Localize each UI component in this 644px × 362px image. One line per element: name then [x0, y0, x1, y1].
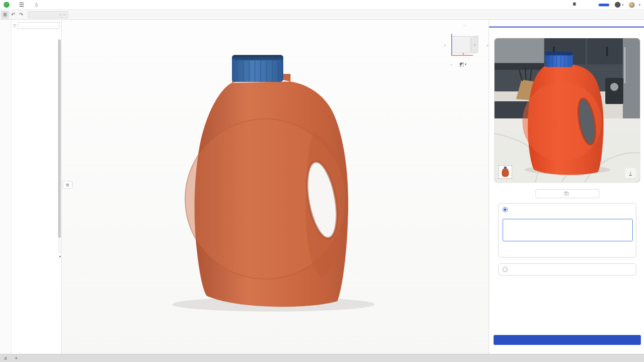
feature-tree [11, 38, 58, 259]
cube-icon: ◩ [459, 61, 464, 67]
left-icon-strip [0, 20, 11, 354]
radio-unselected-icon[interactable] [503, 267, 508, 272]
help-menu[interactable]: ▾ [615, 2, 624, 8]
document-menu-icon[interactable]: ☰ [19, 1, 24, 8]
chevron-down-icon: ▾ [639, 3, 640, 7]
kbd-shortcut [59, 14, 62, 15]
chevron-down-icon: ▾ [465, 63, 467, 66]
notifications-bell-icon[interactable] [572, 2, 577, 8]
camera-icon [564, 191, 569, 196]
x-axis [451, 55, 473, 56]
scroll-down-icon[interactable]: ▾ [59, 255, 61, 258]
prompt-textarea[interactable] [503, 219, 633, 241]
ai-quick-render-panel: ↓ [489, 20, 644, 354]
add-tab-button[interactable]: + [11, 354, 22, 362]
tree-scrollbar[interactable] [58, 39, 61, 254]
app-header: ◜ ☰ ▾ ▾ [0, 0, 644, 10]
chevron-down-icon: ▾ [622, 3, 624, 7]
new-style-option[interactable] [503, 267, 510, 272]
rotate-up-icon[interactable]: ◡ [463, 23, 467, 27]
user-menu[interactable]: ▾ [629, 2, 640, 8]
feature-list-flyout-button[interactable]: ≣ [63, 181, 73, 189]
link-icon[interactable] [34, 1, 39, 9]
view-cube-menu[interactable]: ◩ ▾ [459, 61, 467, 67]
z-axis [451, 34, 452, 55]
render-thumbnail[interactable] [499, 165, 512, 179]
start-over-button[interactable] [489, 27, 500, 31]
share-button[interactable] [599, 4, 609, 6]
search-tools-input[interactable] [31, 13, 58, 17]
kbd-shortcut [63, 14, 66, 15]
undo-icon[interactable]: ↶ [9, 11, 17, 19]
view-cube-front-face[interactable] [452, 36, 471, 53]
feature-toolbar: ≣↶↷ [0, 10, 644, 20]
rotate-left-icon[interactable]: ◂ [444, 43, 445, 47]
y-axis-arrow: ▾ [463, 52, 464, 56]
edit-current-image-section [498, 203, 636, 258]
new-style-section [498, 263, 636, 276]
search-tools[interactable] [28, 11, 68, 18]
view-cube-collapse-icon[interactable]: ⌄ [450, 62, 453, 66]
feature-tree-panel: ▽ ▾ [11, 20, 62, 354]
edit-current-image-option[interactable] [503, 207, 632, 212]
onshape-logo-icon: ◜ [4, 2, 9, 8]
rendered-image[interactable]: ↓ [494, 38, 640, 182]
help-icon [615, 2, 621, 8]
radio-selected-icon[interactable] [503, 207, 508, 212]
redo-icon[interactable]: ↷ [17, 11, 25, 19]
edit-model-orientation-button[interactable] [535, 189, 599, 198]
document-tab-bar: ☌ + [0, 354, 644, 362]
generate-image-button[interactable] [494, 335, 641, 345]
download-image-button[interactable]: ↓ [625, 168, 636, 178]
filter-funnel-icon[interactable]: ▽ [13, 23, 16, 28]
model-canvas[interactable]: ≣ ◂ ▸ ◡ ↺ ▾ ⌄ ◩ ▾ [62, 20, 489, 354]
feature-filter-input[interactable] [18, 22, 60, 29]
feature-list-toggle-icon[interactable]: ≣ [1, 11, 9, 19]
search-tabs-icon[interactable]: ☌ [0, 354, 11, 362]
avatar [629, 2, 635, 8]
detergent-bottle-model[interactable] [62, 20, 489, 354]
view-cube-side-face[interactable]: ↺ [471, 36, 478, 54]
view-cube[interactable]: ◂ ▸ ◡ ↺ ▾ ⌄ ◩ ▾ [444, 23, 489, 68]
onshape-logo[interactable]: ◜ [4, 2, 12, 8]
